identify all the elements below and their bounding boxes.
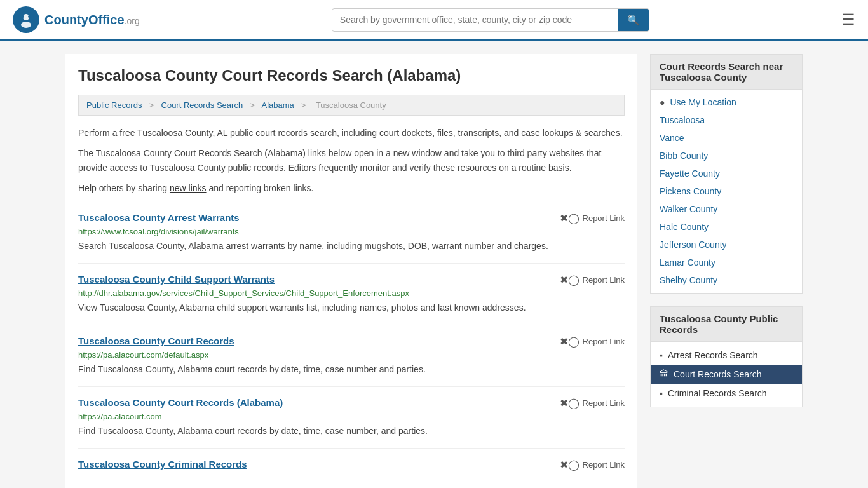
search-button[interactable]: 🔍 (618, 9, 649, 31)
report-icon: ✖◯ (560, 274, 580, 286)
record-title[interactable]: Tuscaloosa County Child Support Warrants (78, 274, 275, 285)
report-icon: ✖◯ (560, 336, 580, 348)
records-list: Tuscaloosa County Arrest Warrants ✖◯ Rep… (78, 202, 625, 484)
report-link-btn[interactable]: ✖◯ Report Link (560, 212, 625, 224)
public-records-section: Tuscaloosa County Public Records ▪Arrest… (650, 306, 803, 407)
record-entry: Tuscaloosa County Arrest Warrants ✖◯ Rep… (78, 202, 625, 264)
record-type-label: Court Records Search (674, 369, 762, 379)
svg-point-3 (22, 15, 24, 18)
record-entry: Tuscaloosa County Court Records (Alabama… (78, 387, 625, 449)
report-label: Report Link (583, 275, 625, 285)
record-url[interactable]: https://pa.alacourt.com (78, 412, 625, 421)
record-desc: Find Tuscaloosa County, Alabama court re… (78, 424, 625, 438)
public-record-item[interactable]: ▪Arrest Records Search (651, 346, 802, 365)
description-area: Perform a free Tuscaloosa County, AL pub… (78, 126, 625, 196)
record-url[interactable]: http://dhr.alabama.gov/services/Child_Su… (78, 288, 625, 298)
record-entry: Tuscaloosa County Court Records ✖◯ Repor… (78, 325, 625, 387)
main-container: Tuscaloosa County Court Records Search (… (53, 41, 815, 488)
record-type-label: Criminal Records Search (668, 388, 767, 398)
new-links-link[interactable]: new links (170, 183, 207, 193)
nearby-link-item[interactable]: Vance (651, 129, 802, 147)
record-title[interactable]: Tuscaloosa County Criminal Records (78, 459, 247, 470)
nearby-links-list: TuscaloosaVanceBibb CountyFayette County… (651, 111, 802, 289)
sidebar: Court Records Search near Tuscaloosa Cou… (650, 54, 803, 488)
breadcrumb: Public Records > Court Records Search > … (78, 95, 625, 116)
logo-text: CountyOffice.org (44, 13, 140, 27)
nearby-link-item[interactable]: Walker County (651, 200, 802, 218)
breadcrumb-alabama[interactable]: Alabama (262, 100, 294, 110)
nearby-link-item[interactable]: Bibb County (651, 147, 802, 165)
record-url[interactable]: https://pa.alacourt.com/default.aspx (78, 350, 625, 360)
breadcrumb-current: Tuscaloosa County (316, 100, 386, 110)
desc-para2: The Tuscaloosa County Court Records Sear… (78, 146, 625, 175)
public-records-header: Tuscaloosa County Public Records (651, 307, 802, 342)
record-desc: View Tuscaloosa County, Alabama child su… (78, 301, 625, 315)
nearby-link-item[interactable]: Hale County (651, 218, 802, 236)
nearby-link-item[interactable]: Pickens County (651, 182, 802, 200)
nearby-link-item[interactable]: Jefferson County (651, 236, 802, 254)
report-label: Report Link (583, 460, 625, 470)
record-entry: Tuscaloosa County Child Support Warrants… (78, 264, 625, 325)
public-records-list: ▪Arrest Records Search🏛Court Records Sea… (651, 342, 802, 407)
report-link-btn[interactable]: ✖◯ Report Link (560, 397, 625, 409)
nearby-link-item[interactable]: Shelby County (651, 271, 802, 289)
svg-point-4 (28, 15, 31, 18)
svg-point-2 (21, 22, 31, 28)
record-title[interactable]: Tuscaloosa County Court Records (78, 336, 234, 346)
desc-para1: Perform a free Tuscaloosa County, AL pub… (78, 126, 625, 140)
nearby-link-item[interactable]: Tuscaloosa (651, 111, 802, 129)
use-my-location[interactable]: ● Use My Location (651, 93, 802, 111)
hamburger-menu[interactable]: ☰ (841, 11, 855, 29)
report-icon: ✖◯ (560, 397, 580, 409)
logo-area: CountyOffice.org (13, 6, 140, 33)
report-link-btn[interactable]: ✖◯ Report Link (560, 336, 625, 348)
record-type-icon: ▪ (660, 350, 663, 360)
search-input[interactable] (332, 10, 618, 30)
record-title[interactable]: Tuscaloosa County Court Records (Alabama… (78, 397, 283, 408)
site-header: CountyOffice.org 🔍 ☰ (0, 0, 868, 41)
page-title: Tuscaloosa County Court Records Search (… (78, 67, 625, 85)
report-label: Report Link (583, 337, 625, 346)
report-icon: ✖◯ (560, 212, 580, 224)
location-icon: ● (660, 97, 665, 107)
nearby-links: ● Use My Location TuscaloosaVanceBibb Co… (651, 90, 802, 293)
nearby-header: Court Records Search near Tuscaloosa Cou… (651, 55, 802, 90)
nearby-link-item[interactable]: Fayette County (651, 165, 802, 182)
record-entry: Tuscaloosa County Criminal Records ✖◯ Re… (78, 449, 625, 484)
report-link-btn[interactable]: ✖◯ Report Link (560, 459, 625, 471)
report-label: Report Link (583, 214, 625, 223)
record-type-icon: 🏛 (660, 369, 668, 379)
desc-para3: Help others by sharing new links and rep… (78, 181, 625, 195)
public-record-item[interactable]: 🏛Court Records Search (651, 365, 802, 384)
report-icon: ✖◯ (560, 459, 580, 471)
report-label: Report Link (583, 398, 625, 408)
logo-icon (13, 6, 39, 33)
record-title[interactable]: Tuscaloosa County Arrest Warrants (78, 212, 240, 223)
record-desc: Find Tuscaloosa County, Alabama court re… (78, 363, 625, 376)
breadcrumb-court-records[interactable]: Court Records Search (161, 100, 243, 110)
record-url[interactable]: https://www.tcsoal.org/divisions/jail/wa… (78, 227, 625, 236)
content-area: Tuscaloosa County Court Records Search (… (65, 54, 637, 488)
public-record-item[interactable]: ▪Criminal Records Search (651, 384, 802, 403)
record-desc: Search Tuscaloosa County, Alabama arrest… (78, 240, 625, 253)
breadcrumb-public-records[interactable]: Public Records (86, 100, 142, 110)
report-link-btn[interactable]: ✖◯ Report Link (560, 274, 625, 286)
record-type-label: Arrest Records Search (668, 350, 758, 360)
record-type-icon: ▪ (660, 388, 663, 398)
search-bar: 🔍 (332, 8, 649, 32)
nearby-link-item[interactable]: Lamar County (651, 254, 802, 271)
nearby-section: Court Records Search near Tuscaloosa Cou… (650, 54, 803, 294)
